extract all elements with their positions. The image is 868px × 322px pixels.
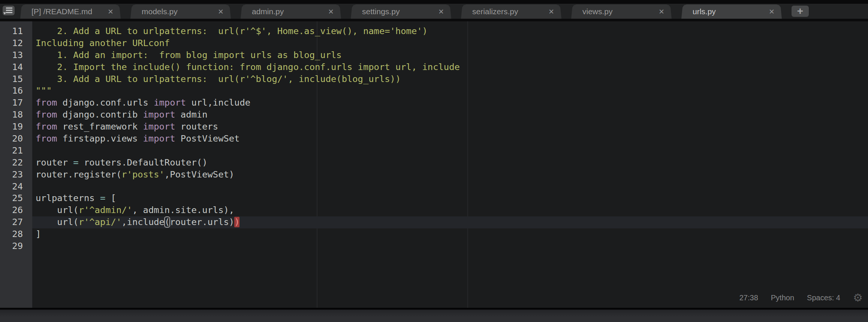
code-token: r'^admin/' — [79, 205, 132, 215]
code-token: [ — [105, 193, 116, 203]
close-icon[interactable]: × — [659, 7, 664, 16]
line-number: 14 — [0, 61, 23, 73]
code-line-12[interactable]: Including another URLconf — [36, 37, 868, 49]
code-line-22[interactable]: router = routers.DefaultRouter() — [36, 157, 868, 169]
close-icon[interactable]: × — [769, 7, 774, 16]
code-line-18[interactable]: from django.contrib import admin — [36, 109, 868, 121]
line-number: 29 — [0, 240, 23, 252]
code-token: PostViewSet — [175, 133, 240, 144]
open-files-overflow-button[interactable] — [2, 6, 15, 17]
line-number: 17 — [0, 97, 23, 109]
tab-strip: [P] /README.md × models.py × admin.py × … — [16, 4, 788, 19]
code-line-15[interactable]: 3. Add a URL to urlpatterns: url(r'^blog… — [36, 73, 868, 85]
line-number: 26 — [0, 204, 23, 216]
code-token: import — [154, 97, 186, 108]
code-line-17[interactable]: from django.conf.urls import url,include — [36, 97, 868, 109]
code-token: import — [143, 121, 175, 132]
code-token: django.conf.urls — [57, 97, 154, 108]
window-top-edge — [0, 0, 868, 4]
line-number: 28 — [0, 228, 23, 240]
code-line-26[interactable]: url(r'^admin/', admin.site.urls), — [36, 204, 868, 216]
tab-models-py[interactable]: models.py × — [127, 4, 235, 19]
code-token: url,include — [186, 97, 250, 108]
line-number: 23 — [0, 169, 23, 181]
tab-bar: [P] /README.md × models.py × admin.py × … — [0, 4, 868, 19]
code-line-14[interactable]: 2. Import the include() function: from d… — [36, 61, 868, 73]
code-token: 2. Import the include() function: from d… — [36, 62, 460, 72]
line-number: 13 — [0, 49, 23, 61]
new-tab-button[interactable]: + — [792, 6, 809, 17]
sublime-text-window: [P] /README.md × models.py × admin.py × … — [0, 0, 868, 322]
line-number: 11 — [0, 25, 23, 37]
code-token: urlpatterns — [36, 193, 100, 203]
matched-bracket-highlight: ( — [165, 217, 170, 227]
desktop-background-strip — [0, 310, 868, 322]
close-icon[interactable]: × — [549, 7, 554, 16]
line-number: 21 — [0, 145, 23, 157]
code-token: admin — [175, 109, 208, 120]
code-token: url( — [36, 205, 79, 215]
line-number: 22 — [0, 157, 23, 169]
code-token: from — [36, 121, 57, 132]
tab-label: settings.py — [362, 7, 400, 16]
tab-settings-py[interactable]: settings.py × — [347, 4, 455, 19]
line-number: 19 — [0, 121, 23, 133]
line-number-gutter: 11121314151617181920212223242526272829 — [0, 21, 32, 308]
code-token: Including another URLconf — [36, 38, 170, 48]
code-line-11[interactable]: 2. Add a URL to urlpatterns: url(r'^$', … — [36, 25, 868, 37]
tab-label: views.py — [582, 7, 613, 16]
code-line-27[interactable]: url(r'^api/',include(router.urls)) — [32, 216, 868, 228]
code-token: import — [143, 133, 175, 144]
close-icon[interactable]: × — [218, 7, 223, 16]
code-line-23[interactable]: router.register(r'posts',PostViewSet) — [36, 169, 868, 181]
tab-p-readme-md[interactable]: [P] /README.md × — [16, 4, 124, 19]
code-line-13[interactable]: 1. Add an import: from blog import urls … — [36, 49, 868, 61]
unmatched-bracket-highlight: ) — [234, 217, 239, 227]
line-number: 15 — [0, 73, 23, 85]
line-number: 20 — [0, 133, 23, 145]
tab-label: urls.py — [693, 7, 716, 16]
editor-pane: 11121314151617181920212223242526272829 2… — [0, 21, 868, 308]
code-token: = — [100, 193, 105, 203]
code-line-21[interactable] — [36, 145, 868, 157]
code-token: django.contrib — [57, 109, 143, 120]
code-token: rest_framework — [57, 121, 143, 132]
code-token: , admin.site.urls), — [132, 205, 234, 215]
code-token: ,include — [121, 217, 165, 227]
code-line-16[interactable]: """ — [36, 85, 868, 97]
close-icon[interactable]: × — [438, 7, 444, 16]
code-line-20[interactable]: from firstapp.views import PostViewSet — [36, 133, 868, 145]
code-line-24[interactable] — [36, 181, 868, 193]
code-token: import — [143, 109, 175, 120]
code-token: from — [36, 109, 57, 120]
line-number: 16 — [0, 85, 23, 97]
code-line-19[interactable]: from rest_framework import routers — [36, 121, 868, 133]
tab-admin-py[interactable]: admin.py × — [237, 4, 345, 19]
code-token: ] — [36, 229, 41, 239]
tab-serializers-py[interactable]: serializers.py × — [457, 4, 565, 19]
code-token: router — [36, 157, 73, 168]
code-line-29[interactable] — [36, 240, 868, 252]
code-token: 3. Add a URL to urlpatterns: url(r'^blog… — [36, 74, 401, 84]
line-number: 25 — [0, 192, 23, 204]
close-icon[interactable]: × — [328, 7, 334, 16]
line-number: 27 — [0, 216, 23, 228]
code-token: routers — [175, 121, 218, 132]
code-area[interactable]: 2. Add a URL to urlpatterns: url(r'^$', … — [32, 21, 868, 308]
code-token: router.urls) — [170, 217, 234, 227]
code-line-25[interactable]: urlpatterns = [ — [36, 192, 868, 204]
code-token: r'^api/' — [79, 217, 122, 227]
code-token: from — [36, 97, 57, 108]
line-number: 12 — [0, 37, 23, 49]
tab-views-py[interactable]: views.py × — [567, 4, 675, 19]
code-token: ,PostViewSet) — [165, 169, 234, 180]
code-token: 1. Add an import: from blog import urls … — [36, 50, 342, 60]
tab-label: serializers.py — [472, 7, 518, 16]
tab-urls-py[interactable]: urls.py × — [678, 4, 786, 19]
code-line-28[interactable]: ] — [36, 228, 868, 240]
tab-bar-separator — [0, 19, 868, 21]
code-token: firstapp.views — [57, 133, 143, 144]
code-token: from — [36, 133, 57, 144]
tab-label: models.py — [142, 7, 178, 16]
close-icon[interactable]: × — [108, 7, 113, 16]
